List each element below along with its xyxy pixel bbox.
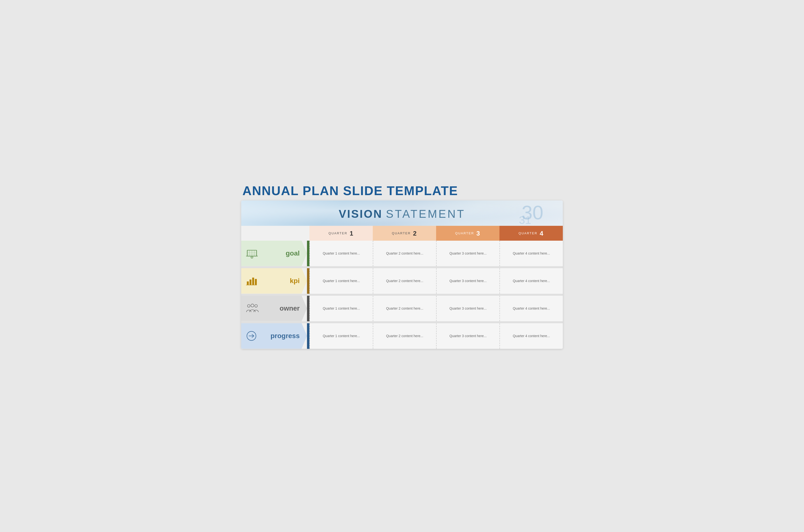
goal-q3-cell: Quarter 3 content here...: [436, 241, 500, 266]
owner-q3-cell: Quarter 3 content here...: [436, 296, 500, 321]
owner-icon: [246, 303, 259, 314]
quarter-label-1: QUARTER: [329, 231, 347, 235]
goal-icon: [246, 248, 258, 259]
goal-q2-cell: Quarter 2 content here...: [373, 241, 436, 266]
kpi-bar: [307, 268, 310, 294]
owner-q3-content: Quarter 3 content here...: [445, 302, 492, 316]
owner-q2-content: Quarter 2 content here...: [381, 302, 428, 316]
svg-point-16: [247, 304, 250, 307]
divider-2: [241, 294, 563, 296]
kpi-label-cell: kpi: [241, 268, 310, 294]
owner-label: owner: [262, 304, 307, 312]
kpi-q1-cell: Quarter 1 content here...: [310, 268, 373, 294]
kpi-q2-cell: Quarter 2 content here...: [373, 268, 436, 294]
kpi-arrow: kpi: [241, 268, 307, 294]
progress-q4-content: Quarter 4 content here...: [508, 329, 555, 343]
vision-bold: VISION: [339, 207, 382, 221]
owner-label-cell: owner: [241, 296, 310, 321]
goal-label: goal: [261, 249, 307, 257]
goal-arrow-wrapper: goal: [241, 241, 307, 266]
quarter-number-3: 3: [476, 230, 480, 237]
progress-q2-content: Quarter 2 content here...: [381, 329, 428, 343]
owner-q1-cell: Quarter 1 content here...: [310, 296, 373, 321]
progress-q4-cell: Quarter 4 content here...: [500, 323, 563, 349]
kpi-q4-content: Quarter 4 content here...: [508, 274, 555, 288]
divider-1: [241, 266, 563, 268]
kpi-q2-content: Quarter 2 content here...: [381, 274, 428, 288]
quarter-header-2: QUARTER 2: [373, 226, 436, 241]
owner-q1-content: Quarter 1 content here...: [318, 302, 365, 316]
kpi-icon: [246, 276, 257, 286]
quarter-label-4: QUARTER: [519, 231, 537, 235]
goal-q4-content: Quarter 4 content here...: [508, 247, 555, 260]
progress-bar: [307, 323, 310, 349]
cal-decoration-2: 31: [519, 214, 531, 226]
quarter-header-4: QUARTER 4: [500, 226, 563, 241]
owner-bar: [307, 296, 310, 321]
progress-arrow: progress: [241, 323, 307, 349]
kpi-q4-cell: Quarter 4 content here...: [500, 268, 563, 294]
quarter-header-3: QUARTER 3: [436, 226, 500, 241]
divider-3: [241, 321, 563, 323]
kpi-q3-content: Quarter 3 content here...: [445, 274, 492, 288]
quarter-label-2: QUARTER: [392, 231, 411, 235]
progress-label: progress: [260, 332, 307, 340]
svg-point-10: [251, 257, 252, 258]
quarter-number-4: 4: [540, 230, 544, 237]
goal-q3-content: Quarter 3 content here...: [445, 247, 492, 260]
svg-point-17: [251, 304, 254, 307]
goal-bar: [307, 241, 310, 266]
owner-arrow: owner: [241, 296, 307, 321]
svg-rect-12: [249, 280, 251, 285]
goal-q1-content: Quarter 1 content here...: [318, 247, 365, 260]
quarter-number-2: 2: [413, 230, 417, 237]
progress-arrow-wrapper: progress: [241, 323, 307, 349]
slide-container: 30 31 VISION STATEMENT QUARTER 1 QUARTER…: [241, 201, 563, 349]
progress-icon: [246, 330, 257, 341]
kpi-q1-content: Quarter 1 content here...: [318, 274, 365, 288]
kpi-label: kpi: [260, 277, 307, 285]
svg-rect-11: [247, 281, 249, 285]
main-title: ANNUAL PLAN SLIDE TEMPLATE: [241, 184, 563, 198]
goal-q4-cell: Quarter 4 content here...: [500, 241, 563, 266]
owner-q4-content: Quarter 4 content here...: [508, 302, 555, 316]
kpi-arrow-wrapper: kpi: [241, 268, 307, 294]
progress-label-cell: progress: [241, 323, 310, 349]
kpi-q3-cell: Quarter 3 content here...: [436, 268, 500, 294]
progress-q2-cell: Quarter 2 content here...: [373, 323, 436, 349]
svg-rect-14: [255, 279, 257, 285]
progress-q3-content: Quarter 3 content here...: [445, 329, 492, 343]
progress-q1-content: Quarter 1 content here...: [318, 329, 365, 343]
goal-q1-cell: Quarter 1 content here...: [310, 241, 373, 266]
goal-q2-content: Quarter 2 content here...: [381, 247, 428, 260]
owner-q4-cell: Quarter 4 content here...: [500, 296, 563, 321]
progress-q1-cell: Quarter 1 content here...: [310, 323, 373, 349]
header-spacer: [241, 226, 310, 241]
quarter-header-1: QUARTER 1: [310, 226, 373, 241]
progress-q3-cell: Quarter 3 content here...: [436, 323, 500, 349]
goal-arrow: goal: [241, 241, 307, 266]
goal-label-cell: goal: [241, 241, 310, 266]
main-grid: QUARTER 1 QUARTER 2 QUARTER 3 QUARTER 4: [241, 226, 563, 349]
vision-light: STATEMENT: [386, 207, 465, 221]
svg-rect-13: [252, 278, 254, 285]
vision-title: VISION STATEMENT: [339, 207, 465, 221]
owner-q2-cell: Quarter 2 content here...: [373, 296, 436, 321]
vision-header: 30 31 VISION STATEMENT: [241, 201, 563, 226]
svg-point-18: [255, 304, 257, 307]
owner-arrow-wrapper: owner: [241, 296, 307, 321]
quarter-label-3: QUARTER: [455, 231, 474, 235]
page-wrapper: ANNUAL PLAN SLIDE TEMPLATE 30 31 VISION …: [241, 184, 563, 349]
quarter-number-1: 1: [350, 230, 354, 237]
